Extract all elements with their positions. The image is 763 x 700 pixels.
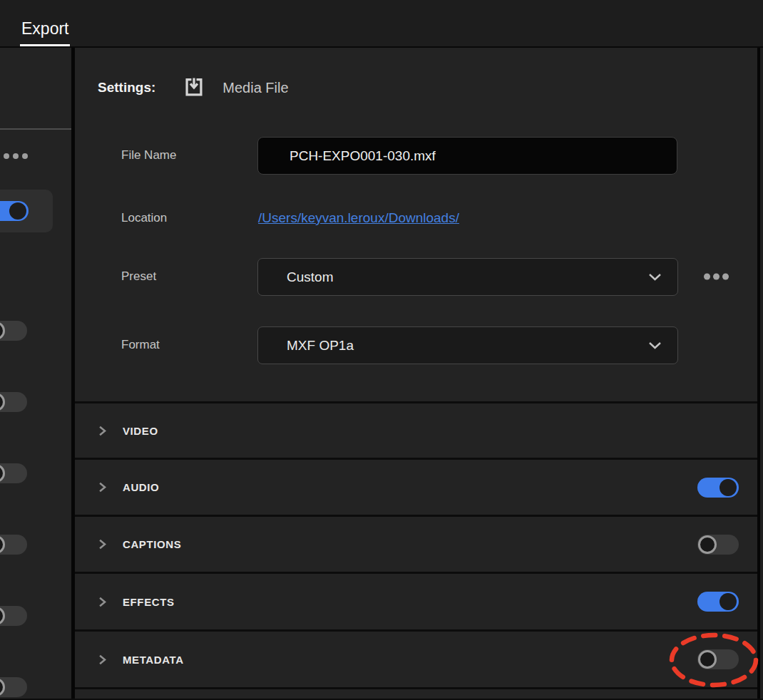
destination-toggle[interactable] (0, 606, 27, 626)
destination-toggle[interactable] (0, 463, 27, 483)
toggle-knob (0, 321, 5, 340)
destination-toggle[interactable] (0, 677, 27, 697)
destinations-sidebar (0, 48, 71, 699)
toggle-knob (0, 607, 5, 625)
preset-value: Custom (287, 269, 333, 285)
toggle-knob (0, 464, 5, 483)
chevron-down-icon (648, 273, 662, 282)
metadata-toggle[interactable] (697, 649, 739, 669)
section-label: VIDEO (123, 425, 158, 437)
chevron-right-icon[interactable] (97, 482, 107, 493)
destination-toggle[interactable] (0, 321, 27, 341)
export-settings-panel: Settings: Media File File Name Location … (75, 48, 757, 699)
window-edge (760, 48, 763, 699)
audio-toggle[interactable] (697, 478, 739, 498)
section-label: AUDIO (123, 481, 159, 493)
preset-label: Preset (121, 269, 156, 284)
file-name-input[interactable] (257, 137, 677, 175)
settings-block: Settings: Media File File Name Location … (75, 48, 757, 401)
captions-toggle[interactable] (697, 535, 739, 555)
toggle-knob (9, 202, 26, 220)
section-metadata[interactable]: METADATA (75, 632, 757, 687)
section-label: METADATA (123, 654, 184, 666)
destination-toggle[interactable] (0, 535, 27, 555)
format-value: MXF OP1a (287, 338, 354, 354)
toggle-knob (698, 535, 717, 554)
section-label: CAPTIONS (123, 538, 181, 550)
media-file-export-icon (182, 76, 206, 100)
section-label: EFFECTS (123, 596, 175, 608)
top-bar: Export (0, 0, 763, 48)
location-link[interactable]: /Users/keyvan.leroux/Downloads/ (258, 210, 459, 226)
settings-header: Settings: Media File (98, 76, 289, 100)
toggle-knob (698, 650, 717, 669)
export-dialog-body: Settings: Media File File Name Location … (0, 48, 763, 699)
section-captions[interactable]: CAPTIONS (75, 517, 757, 572)
chevron-right-icon[interactable] (97, 426, 107, 436)
file-name-label: File Name (121, 148, 176, 163)
destination-toggle[interactable] (0, 201, 29, 221)
format-label: Format (121, 338, 160, 352)
next-section-partial (75, 689, 757, 699)
toggle-knob (0, 535, 5, 554)
settings-heading: Settings: (98, 80, 155, 96)
effects-toggle[interactable] (697, 592, 739, 612)
sidebar-divider (0, 128, 71, 130)
toggle-knob (0, 393, 5, 411)
selected-destination-card[interactable] (0, 190, 53, 232)
destination-type-label: Media File (222, 80, 288, 96)
destination-toggle[interactable] (0, 392, 27, 412)
format-dropdown[interactable]: MXF OP1a (257, 326, 678, 364)
preset-more-button[interactable] (701, 271, 732, 283)
chevron-down-icon (648, 341, 662, 350)
preset-dropdown[interactable]: Custom (257, 258, 678, 296)
chevron-right-icon[interactable] (97, 597, 107, 607)
toggle-knob (0, 678, 5, 696)
section-effects[interactable]: EFFECTS (75, 574, 757, 629)
section-audio[interactable]: AUDIO (75, 460, 757, 515)
chevron-right-icon[interactable] (97, 539, 107, 550)
toggle-knob (720, 593, 737, 610)
toggle-knob (720, 479, 737, 496)
chevron-right-icon[interactable] (97, 654, 107, 665)
location-label: Location (121, 211, 167, 225)
ellipsis-icon[interactable] (4, 153, 28, 159)
tab-export[interactable]: Export (20, 19, 70, 46)
section-video[interactable]: VIDEO (75, 403, 757, 458)
